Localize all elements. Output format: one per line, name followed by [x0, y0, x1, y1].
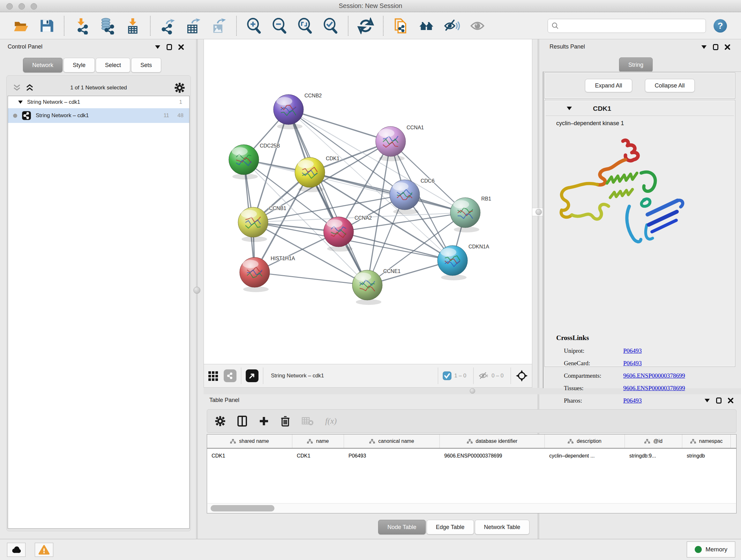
- hide-elements-button[interactable]: [444, 17, 460, 35]
- tree-expander-icon[interactable]: [18, 101, 23, 104]
- crosslink-link[interactable]: 9606.ENSP00000378699: [623, 372, 685, 379]
- table-settings-gear-icon[interactable]: [215, 416, 226, 427]
- network-row-selected[interactable]: String Network – cdk1 11 48: [8, 108, 189, 123]
- application-window: Session: New Session: [0, 0, 741, 560]
- column-type-icon: [307, 439, 313, 444]
- table-cell[interactable]: CDK1: [207, 449, 292, 463]
- table-cell[interactable]: stringdb:9...: [625, 449, 682, 463]
- table-cell[interactable]: 9606.ENSP00000378699: [440, 449, 545, 463]
- zoom-out-button[interactable]: [271, 17, 288, 35]
- crosslink-row: Uniprot:P06493: [556, 348, 729, 354]
- left-splitter-handle[interactable]: [193, 287, 200, 294]
- string-documents-button[interactable]: [393, 17, 409, 35]
- houses-button[interactable]: [418, 17, 434, 35]
- column-header-shared-name[interactable]: shared name: [207, 435, 292, 448]
- tab-node-table[interactable]: Node Table: [378, 520, 426, 535]
- crosslink-link[interactable]: P06493: [623, 360, 642, 367]
- tab-select[interactable]: Select: [96, 58, 130, 72]
- eye-slash-icon: [444, 17, 460, 35]
- column-header-canonical-name[interactable]: canonical name: [344, 435, 440, 448]
- grid-view-icon[interactable]: [208, 370, 219, 381]
- collapse-all-button[interactable]: Collapse All: [645, 79, 695, 92]
- chevron-down-icon[interactable]: [155, 45, 160, 49]
- delete-column-icon[interactable]: [280, 415, 290, 427]
- string-network-icon: [22, 111, 31, 120]
- table-cell[interactable]: CDK1: [292, 449, 344, 463]
- string-network-graph[interactable]: CCNB2CCNA1CDC25BCDK1CDC6RB1CCNB1CCNA2CDK…: [204, 39, 533, 364]
- export-network-button[interactable]: [159, 17, 176, 35]
- export-image-button[interactable]: [211, 17, 227, 35]
- warnings-button[interactable]: [35, 543, 53, 557]
- table-header-row: shared namenamecanonical namedatabase id…: [207, 435, 736, 449]
- column-header-description[interactable]: description: [545, 435, 625, 448]
- close-panel-icon[interactable]: [728, 398, 733, 403]
- horizontal-splitter-handle[interactable]: [470, 388, 475, 394]
- table-toolbar: f(x): [207, 409, 737, 433]
- entry-expander-icon[interactable]: [567, 107, 572, 110]
- houses-icon: [418, 17, 434, 35]
- memory-button[interactable]: Memory: [687, 542, 735, 557]
- close-panel-icon[interactable]: [179, 44, 184, 50]
- zoom-in-button[interactable]: [246, 17, 262, 35]
- table-row[interactable]: CDK1CDK1P064939606.ENSP00000378699cyclin…: [207, 449, 736, 463]
- network-collection-row[interactable]: String Network – cdk1 1: [8, 96, 189, 108]
- crosslink-link[interactable]: P06493: [623, 397, 642, 404]
- crosslink-link[interactable]: 9606.ENSP00000378699: [623, 385, 685, 392]
- search-icon: [551, 22, 559, 30]
- import-network-file-button[interactable]: [73, 17, 90, 35]
- graph-node-label-CCNA2: CCNA2: [354, 215, 372, 221]
- column-header--id[interactable]: @id: [625, 435, 682, 448]
- network-row-label: String Network – cdk1: [36, 112, 89, 119]
- node-table[interactable]: shared namenamecanonical namedatabase id…: [207, 434, 737, 513]
- network-canvas[interactable]: CCNB2CCNA1CDC25BCDK1CDC6RB1CCNB1CCNA2CDK…: [204, 39, 532, 364]
- refresh-view-button[interactable]: [357, 17, 374, 35]
- table-horizontal-scrollbar[interactable]: [207, 503, 736, 513]
- add-column-icon[interactable]: [259, 416, 269, 426]
- results-entry-header[interactable]: CDK1: [546, 101, 734, 116]
- tab-edge-table[interactable]: Edge Table: [427, 520, 474, 535]
- show-elements-button[interactable]: [469, 17, 486, 35]
- table-cell[interactable]: stringdb: [682, 449, 731, 463]
- help-button[interactable]: ?: [714, 19, 727, 33]
- toolbar-separator: [150, 16, 151, 36]
- cloud-icon: [10, 545, 22, 555]
- network-share-badge[interactable]: [224, 369, 237, 382]
- tab-network[interactable]: Network: [23, 58, 63, 72]
- close-panel-icon[interactable]: [725, 44, 730, 50]
- results-expand-collapse-box: Expand All Collapse All: [544, 72, 735, 99]
- table-cell[interactable]: P06493: [344, 449, 440, 463]
- float-panel-icon[interactable]: [166, 44, 172, 50]
- table-cell[interactable]: cyclin–dependent ...: [545, 449, 625, 463]
- hidden-eye-slash-icon[interactable]: [478, 371, 489, 381]
- table-panel-tabs: Node TableEdge TableNetwork Table: [378, 520, 530, 535]
- column-header-database-identifier[interactable]: database identifier: [440, 435, 545, 448]
- expand-all-button[interactable]: Expand All: [585, 79, 632, 92]
- zoom-fit-button[interactable]: [297, 17, 313, 35]
- birdseye-view-badge[interactable]: [246, 369, 259, 382]
- save-session-button[interactable]: [38, 17, 55, 35]
- show-columns-icon[interactable]: [237, 415, 247, 427]
- search-input[interactable]: [559, 20, 702, 32]
- float-panel-icon[interactable]: [716, 397, 722, 403]
- tab-sets[interactable]: Sets: [131, 58, 161, 72]
- open-file-button[interactable]: [13, 17, 29, 35]
- zoom-selected-button[interactable]: [322, 17, 339, 35]
- tab-network-table[interactable]: Network Table: [475, 520, 530, 535]
- selected-checkbox-icon[interactable]: [443, 371, 452, 380]
- crosslink-link[interactable]: P06493: [623, 348, 642, 354]
- crosshair-icon[interactable]: [515, 369, 528, 382]
- export-table-button[interactable]: [185, 17, 202, 35]
- chevron-down-icon[interactable]: [701, 45, 706, 49]
- import-table-file-button[interactable]: [125, 17, 141, 35]
- selected-counts: 1 – 0: [454, 373, 466, 379]
- scrollbar-thumb[interactable]: [211, 505, 274, 511]
- column-header-name[interactable]: name: [292, 435, 344, 448]
- tab-style[interactable]: Style: [64, 58, 95, 72]
- import-network-database-button[interactable]: [99, 17, 116, 35]
- column-header-namespac[interactable]: namespac: [682, 435, 731, 448]
- chevron-down-icon[interactable]: [704, 399, 710, 402]
- float-panel-icon[interactable]: [713, 44, 718, 50]
- cloud-button[interactable]: [7, 543, 25, 557]
- results-panel-tab-string[interactable]: String: [619, 57, 654, 72]
- gear-icon[interactable]: [174, 82, 185, 93]
